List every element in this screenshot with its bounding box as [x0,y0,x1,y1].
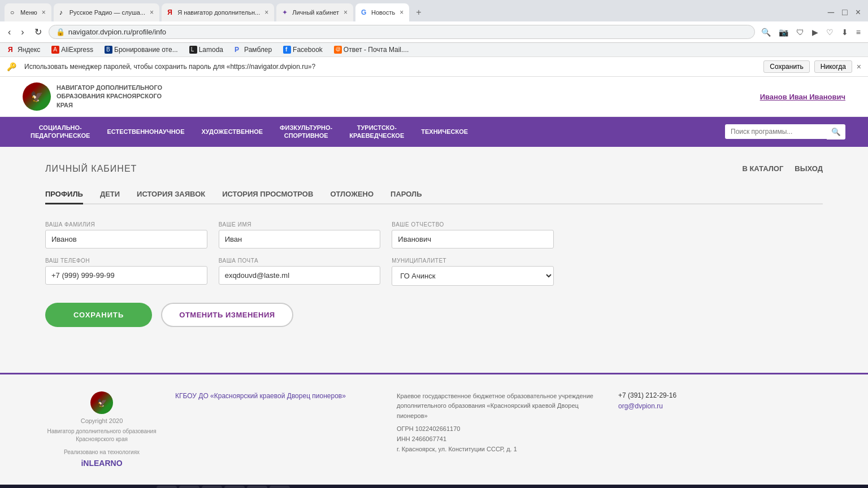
bookmark-rambler[interactable]: P Рамблер [231,45,275,55]
aliexpress-favicon: A [51,46,59,54]
shield-icon[interactable]: 🛡 [793,26,807,38]
taskbar-app-view[interactable]: ⊞ [157,486,177,488]
lastname-field-group: ВАША ФАМИЛИЯ [45,221,207,249]
nav-tourism[interactable]: ТУРИСТСКО- КРАЕВЕДЧЕСКОЕ [341,117,412,147]
tab-children[interactable]: ДЕТИ [100,185,120,204]
bookmark-yandex[interactable]: Я Яндекс [5,45,44,55]
address-text: navigator.dvpion.ru/profile/info [68,28,748,36]
tab-4[interactable]: ✦ Личный кабинет × [276,3,353,21]
logout-link[interactable]: ВЫХОД [795,164,823,173]
bookmark-aliexpress[interactable]: A AliExpress [48,45,97,55]
download-icon[interactable]: ⬇ [839,26,851,38]
lastname-input[interactable] [45,230,207,249]
patronymic-field-group: ВАШЕ ОТЧЕСТВО [392,221,554,249]
taskbar-app-folder[interactable]: 📁 [179,486,199,488]
taskbar-apps: ⊞ 📁 🌐 🦊 O W [157,486,290,488]
password-bar-close-button[interactable]: × [857,62,861,71]
bookmark-rambler-label: Рамблер [244,46,272,54]
website-content: 🦅 НАВИГАТОР ДОПОЛНИТЕЛЬНОГО ОБРАЗОВАНИЯ … [0,77,868,485]
lock-icon: 🔒 [56,28,65,36]
site-footer: 🦅 Copyright 2020 Навигатор дополнительно… [0,373,868,485]
bookmark-mail[interactable]: @ Ответ - Почта Mail.... [331,45,413,55]
nav-sport[interactable]: ФИЗКУЛЬТУРНО- СПОРТИВНОЕ [272,117,340,147]
site-main: ЛИЧНЫЙ КАБИНЕТ В КАТАЛОГ ВЫХОД ПРОФИЛЬ Д… [0,147,868,373]
menu-icon[interactable]: ≡ [853,26,863,38]
save-button[interactable]: СОХРАНИТЬ [45,303,152,327]
tab-password[interactable]: ПАРОЛЬ [390,185,422,204]
nav-natural[interactable]: ЕСТЕСТВЕННОНАУЧНОЕ [99,121,192,142]
close-button[interactable]: × [853,6,863,19]
tab-2[interactable]: ♪ Русское Радио — слуша... × [54,3,159,21]
lastname-label: ВАША ФАМИЛИЯ [45,221,207,228]
tab-2-close[interactable]: × [150,8,154,16]
form-actions: СОХРАНИТЬ ОТМЕНИТЬ ИЗМЕНЕНИЯ [45,303,823,327]
forward-button[interactable]: › [18,26,27,38]
footer-inn: ИНН 2466067741 [397,434,601,445]
taskbar-app-opera[interactable]: O [247,486,267,488]
email-label: ВАША ПОЧТА [219,258,381,264]
password-manager-icon: 🔑 [7,62,16,71]
page-title: ЛИЧНЫЙ КАБИНЕТ [45,164,137,174]
maximize-button[interactable]: □ [839,6,850,19]
play-icon[interactable]: ▶ [809,26,821,38]
tab-bar: ○ Меню × ♪ Русское Радио — слуша... × Я … [0,0,868,21]
tab-3[interactable]: Я Я навигатор дополнительн... × [162,3,274,21]
tab-3-label: Я навигатор дополнительн... [177,9,260,16]
tab-5[interactable]: G Новость × [355,3,409,21]
municipality-select[interactable]: ГО Ачинск [392,266,554,286]
camera-icon[interactable]: 📷 [776,26,791,38]
catalog-link[interactable]: В КАТАЛОГ [742,164,783,173]
browser-controls: ‹ › ↻ 🔒 navigator.dvpion.ru/profile/info… [0,21,868,43]
search-action-icon[interactable]: 🔍 [758,26,774,38]
email-field-group: ВАША ПОЧТА [219,258,381,286]
nav-art[interactable]: ХУДОЖЕСТВЕННОЕ [194,121,271,142]
bookmark-aliexpress-label: AliExpress [61,46,93,54]
nav-socpedagog[interactable]: СОЦИАЛЬНО- ПЕДАГОГИЧЕСКОЕ [23,117,98,147]
address-bar[interactable]: 🔒 navigator.dvpion.ru/profile/info [49,25,755,39]
tab-1-close[interactable]: × [42,8,46,16]
footer-org-link[interactable]: КГБОУ ДО «Красноярский краевой Дворец пи… [175,392,346,400]
password-save-button[interactable]: Сохранить [763,60,810,73]
patronymic-input[interactable] [392,230,554,249]
bookmark-facebook-label: Facebook [293,46,323,54]
taskbar: ⊞ 🔍 ⊞ 📁 🌐 🦊 O W ∧ 🔊 📶 РУС 22:48 22.03.20… [0,485,868,488]
tab-4-close[interactable]: × [344,8,348,16]
nav-technical[interactable]: ТЕХНИЧЕСКОЕ [413,121,476,142]
footer-email[interactable]: org@dvpion.ru [618,402,663,410]
reload-button[interactable]: ↻ [31,25,45,38]
bookmark-facebook[interactable]: f Facebook [280,45,326,55]
footer-copyright: Copyright 2020 [81,417,123,424]
tab-profile[interactable]: ПРОФИЛЬ [45,185,83,204]
tab-3-close[interactable]: × [264,8,268,16]
taskbar-app-chrome[interactable]: 🌐 [202,486,222,488]
user-profile-link[interactable]: Иванов Иван Иванович [760,93,845,101]
tab-3-favicon: Я [167,8,175,16]
tab-1[interactable]: ○ Меню × [5,3,51,21]
phone-input[interactable] [45,266,207,285]
tab-saved[interactable]: ОТЛОЖЕНО [330,185,374,204]
taskbar-app-firefox[interactable]: 🦊 [224,486,245,488]
cancel-button[interactable]: ОТМЕНИТЬ ИЗМЕНЕНИЯ [161,303,293,327]
nav-search-input[interactable] [725,124,827,139]
footer-nav-title: Навигатор дополнительного образования Кр… [45,428,158,443]
firstname-input[interactable] [219,230,381,249]
back-button[interactable]: ‹ [5,26,14,38]
footer-org-details: Краевое государственное бюджетное образо… [397,391,601,468]
taskbar-app-word[interactable]: W [270,486,290,488]
tab-5-close[interactable]: × [400,8,403,16]
new-tab-button[interactable]: + [411,5,426,20]
password-never-button[interactable]: Никогда [814,60,852,73]
tab-1-favicon: ○ [10,8,18,16]
bookmark-hotel[interactable]: B Бронирование оте... [101,45,181,55]
main-action-links: В КАТАЛОГ ВЫХОД [742,164,823,173]
email-input[interactable] [219,266,381,285]
tab-views-history[interactable]: ИСТОРИЯ ПРОСМОТРОВ [222,185,313,204]
heart-icon[interactable]: ♡ [823,26,836,38]
bookmark-lamoda[interactable]: L Lamoda [186,45,227,55]
password-bar-text: Использовать менеджер паролей, чтобы сох… [24,63,759,71]
nav-search-button[interactable]: 🔍 [827,124,845,140]
tab-requests-history[interactable]: ИСТОРИЯ ЗАЯВОК [137,185,205,204]
minimize-button[interactable]: ─ [825,6,837,19]
hotel-favicon: B [105,46,112,54]
footer-logo-section: 🦅 Copyright 2020 Навигатор дополнительно… [45,391,158,468]
